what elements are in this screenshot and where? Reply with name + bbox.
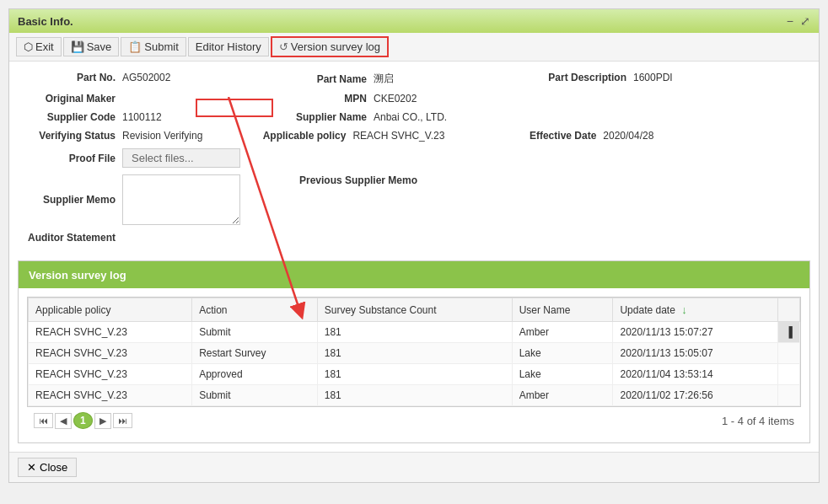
prev-page-button[interactable]: ◀ bbox=[55, 413, 72, 429]
vsl-table-wrapper: Applicable policy Action Survey Substanc… bbox=[27, 297, 801, 407]
table-cell: Amber bbox=[512, 322, 613, 343]
toolbar: ⬡ Exit 💾 Save 📋 Submit Editor History ↺ … bbox=[9, 33, 819, 62]
table-row: REACH SVHC_V.23Approved181Lake2020/11/04… bbox=[29, 364, 800, 385]
close-button[interactable]: ✕ Close bbox=[18, 458, 77, 477]
table-cell: REACH SVHC_V.23 bbox=[29, 322, 192, 343]
table-cell: 181 bbox=[317, 364, 512, 385]
part-name-group: Part Name 溯启 bbox=[274, 72, 441, 86]
table-cell: 181 bbox=[317, 385, 512, 406]
col-substance-count: Survey Substance Count bbox=[317, 298, 512, 322]
supplier-code-label: Supplier Code bbox=[23, 111, 116, 123]
save-icon: 💾 bbox=[71, 40, 84, 53]
close-x-icon: ✕ bbox=[27, 461, 36, 474]
exit-button[interactable]: ⬡ Exit bbox=[16, 37, 62, 56]
last-page-button[interactable]: ⏭ bbox=[113, 413, 132, 428]
verifying-status-group: Verifying Status Revision Verifying bbox=[23, 130, 202, 142]
window-title: Basic Info. bbox=[18, 15, 73, 28]
supplier-code-group: Supplier Code 1100112 bbox=[23, 111, 190, 123]
exit-icon: ⬡ bbox=[24, 40, 33, 53]
scrollbar-col bbox=[778, 298, 800, 322]
applicable-policy-label: Applicable policy bbox=[253, 130, 346, 142]
table-cell: Amber bbox=[512, 385, 613, 406]
table-cell: 2020/11/02 17:26:56 bbox=[613, 385, 778, 406]
vsl-title: Version survey log bbox=[29, 269, 126, 281]
original-maker-group: Original Maker bbox=[23, 93, 190, 105]
title-bar: Basic Info. − ⤢ bbox=[9, 9, 819, 33]
next-page-button[interactable]: ▶ bbox=[94, 413, 111, 429]
form-row-7: Auditor Statement bbox=[23, 232, 805, 244]
current-page[interactable]: 1 bbox=[73, 412, 93, 429]
part-description-group: Part Description 1600PDI bbox=[525, 72, 701, 83]
verifying-status-value: Revision Verifying bbox=[122, 130, 202, 142]
table-row: REACH SVHC_V.23Submit181Amber2020/11/13 … bbox=[29, 322, 800, 343]
save-button[interactable]: 💾 Save bbox=[63, 37, 120, 56]
supplier-code-value: 1100112 bbox=[122, 111, 190, 123]
minimize-button[interactable]: − bbox=[787, 14, 793, 28]
col-update-date[interactable]: Update date ↓ bbox=[613, 298, 778, 322]
pagination-controls: ⏮ ◀ 1 ▶ ⏭ bbox=[34, 412, 132, 429]
table-cell: 2020/11/13 15:07:27 bbox=[613, 322, 778, 343]
previous-supplier-memo-group: Previous Supplier Memo bbox=[291, 174, 424, 186]
page-info: 1 - 4 of 4 items bbox=[722, 415, 794, 427]
table-cell: 181 bbox=[317, 343, 512, 364]
vsl-content: Applicable policy Action Survey Substanc… bbox=[19, 288, 809, 442]
part-no-label: Part No. bbox=[23, 72, 116, 83]
table-cell: Lake bbox=[512, 364, 613, 385]
part-no-value: AG502002 bbox=[122, 72, 190, 83]
effective-date-label: Effective Date bbox=[512, 130, 596, 142]
verifying-status-label: Verifying Status bbox=[23, 130, 116, 142]
vsl-table: Applicable policy Action Survey Substanc… bbox=[28, 298, 800, 406]
form-area: Part No. AG502002 Part Name 溯启 Part Desc… bbox=[9, 62, 819, 260]
form-row-6: Supplier Memo Previous Supplier Memo bbox=[23, 174, 805, 225]
form-row-2: Original Maker MPN CKE0202 bbox=[23, 93, 805, 105]
footer-bar: ✕ Close bbox=[9, 452, 819, 482]
pagination: ⏮ ◀ 1 ▶ ⏭ 1 - 4 of 4 items bbox=[27, 407, 801, 434]
file-select-button[interactable]: Select files... bbox=[122, 148, 240, 168]
supplier-memo-label: Supplier Memo bbox=[23, 194, 116, 206]
part-description-label: Part Description bbox=[525, 72, 626, 83]
effective-date-group: Effective Date 2020/04/28 bbox=[512, 130, 670, 142]
table-cell: Submit bbox=[192, 322, 318, 343]
part-name-label: Part Name bbox=[274, 73, 367, 85]
editor-history-button[interactable]: Editor History bbox=[188, 37, 269, 56]
mpn-value: CKE0202 bbox=[374, 93, 441, 105]
supplier-memo-input[interactable] bbox=[122, 174, 240, 225]
auditor-statement-group: Auditor Statement bbox=[23, 232, 122, 244]
version-survey-log-button[interactable]: ↺ Version survey log bbox=[271, 36, 389, 57]
col-applicable-policy: Applicable policy bbox=[29, 298, 192, 322]
table-cell: Lake bbox=[512, 343, 613, 364]
form-row-5: Proof File Select files... bbox=[23, 148, 805, 168]
proof-file-label: Proof File bbox=[23, 153, 116, 164]
table-row: REACH SVHC_V.23Restart Survey181Lake2020… bbox=[29, 343, 800, 364]
form-row-3: Supplier Code 1100112 Supplier Name Anba… bbox=[23, 111, 805, 123]
previous-supplier-memo-label: Previous Supplier Memo bbox=[291, 174, 417, 186]
scrollbar-cell bbox=[778, 343, 800, 364]
table-cell: Approved bbox=[192, 364, 318, 385]
first-page-button[interactable]: ⏮ bbox=[34, 413, 53, 428]
supplier-name-value: Anbai CO., LTD. bbox=[374, 111, 447, 123]
table-cell: 181 bbox=[317, 322, 512, 343]
table-cell: 2020/11/13 15:05:07 bbox=[613, 343, 778, 364]
auditor-statement-label: Auditor Statement bbox=[23, 232, 116, 244]
sort-icon: ↓ bbox=[681, 303, 687, 316]
col-user-name: User Name bbox=[512, 298, 613, 322]
original-maker-label: Original Maker bbox=[23, 93, 116, 105]
table-cell: Restart Survey bbox=[192, 343, 318, 364]
part-no-group: Part No. AG502002 bbox=[23, 72, 190, 83]
table-cell: 2020/11/04 13:53:14 bbox=[613, 364, 778, 385]
applicable-policy-group: Applicable policy REACH SVHC_V.23 bbox=[253, 130, 444, 142]
scrollbar-cell bbox=[778, 364, 800, 385]
submit-button[interactable]: 📋 Submit bbox=[121, 37, 185, 56]
scrollbar-cell bbox=[778, 385, 800, 406]
part-description-value: 1600PDI bbox=[633, 72, 701, 83]
mpn-group: MPN CKE0202 bbox=[274, 93, 441, 105]
form-row-4: Verifying Status Revision Verifying Appl… bbox=[23, 130, 805, 142]
table-header-row: Applicable policy Action Survey Substanc… bbox=[29, 298, 800, 322]
vsl-section: Version survey log Applicable policy Act… bbox=[18, 260, 810, 443]
col-action: Action bbox=[192, 298, 318, 322]
table-cell: REACH SVHC_V.23 bbox=[29, 385, 192, 406]
table-row: REACH SVHC_V.23Submit181Amber2020/11/02 … bbox=[29, 385, 800, 406]
maximize-button[interactable]: ⤢ bbox=[800, 14, 810, 28]
title-controls: − ⤢ bbox=[787, 14, 810, 28]
history-icon: ↺ bbox=[279, 40, 288, 53]
